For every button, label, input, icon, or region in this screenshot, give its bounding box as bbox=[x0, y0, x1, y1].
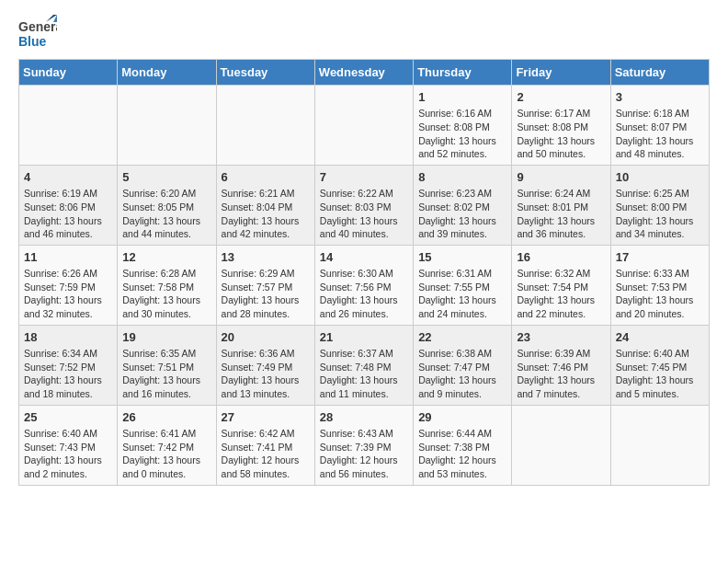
calendar-cell bbox=[314, 86, 413, 166]
calendar-cell: 29Sunrise: 6:44 AMSunset: 7:38 PMDayligh… bbox=[414, 405, 512, 485]
cell-text: Sunset: 7:47 PM bbox=[418, 361, 506, 374]
cell-text: Daylight: 13 hours bbox=[24, 454, 112, 467]
cell-text: Sunrise: 6:23 AM bbox=[418, 187, 506, 201]
cell-text: Sunrise: 6:20 AM bbox=[122, 187, 210, 201]
cell-text: and 2 minutes. bbox=[24, 467, 112, 481]
cell-text: Sunset: 7:56 PM bbox=[320, 281, 408, 294]
day-number: 19 bbox=[122, 329, 210, 346]
cell-text: Daylight: 13 hours bbox=[24, 293, 112, 307]
logo: General Blue bbox=[18, 15, 59, 52]
cell-text: and 20 minutes. bbox=[616, 307, 704, 321]
cell-text: Sunset: 7:57 PM bbox=[222, 281, 310, 294]
cell-text: Sunset: 7:48 PM bbox=[320, 361, 408, 374]
cell-text: Sunset: 7:58 PM bbox=[122, 281, 210, 294]
calendar-cell: 26Sunrise: 6:41 AMSunset: 7:42 PMDayligh… bbox=[118, 405, 216, 485]
cell-text: Sunrise: 6:38 AM bbox=[418, 347, 506, 361]
cell-text: and 26 minutes. bbox=[320, 307, 408, 321]
calendar-cell bbox=[610, 405, 709, 485]
logo-icon: General Blue bbox=[18, 15, 55, 52]
calendar-week-row: 11Sunrise: 6:26 AMSunset: 7:59 PMDayligh… bbox=[19, 245, 710, 325]
page-header: General Blue bbox=[18, 15, 710, 52]
calendar-cell: 13Sunrise: 6:29 AMSunset: 7:57 PMDayligh… bbox=[216, 245, 314, 325]
cell-text: Daylight: 13 hours bbox=[616, 373, 704, 387]
cell-text: Sunset: 7:39 PM bbox=[320, 441, 408, 454]
cell-text: and 28 minutes. bbox=[222, 307, 310, 321]
calendar-cell: 9Sunrise: 6:24 AMSunset: 8:01 PMDaylight… bbox=[512, 165, 610, 245]
cell-text: Sunset: 8:03 PM bbox=[320, 201, 408, 214]
calendar-cell: 12Sunrise: 6:28 AMSunset: 7:58 PMDayligh… bbox=[118, 245, 216, 325]
cell-text: and 52 minutes. bbox=[418, 147, 506, 161]
cell-text: Daylight: 13 hours bbox=[517, 373, 605, 387]
cell-text: Sunrise: 6:34 AM bbox=[24, 347, 112, 361]
calendar-cell: 7Sunrise: 6:22 AMSunset: 8:03 PMDaylight… bbox=[314, 165, 413, 245]
cell-text: Sunrise: 6:31 AM bbox=[418, 267, 506, 281]
cell-text: and 0 minutes. bbox=[122, 467, 210, 481]
cell-text: and 22 minutes. bbox=[517, 307, 605, 321]
calendar-cell: 18Sunrise: 6:34 AMSunset: 7:52 PMDayligh… bbox=[19, 325, 118, 405]
cell-text: Daylight: 13 hours bbox=[122, 373, 210, 387]
day-number: 2 bbox=[517, 89, 605, 106]
day-number: 27 bbox=[222, 409, 310, 426]
calendar-cell: 23Sunrise: 6:39 AMSunset: 7:46 PMDayligh… bbox=[512, 325, 610, 405]
cell-text: Sunset: 7:49 PM bbox=[222, 361, 310, 374]
cell-text: Daylight: 13 hours bbox=[222, 214, 310, 228]
calendar-cell bbox=[19, 86, 118, 166]
calendar-cell: 14Sunrise: 6:30 AMSunset: 7:56 PMDayligh… bbox=[314, 245, 413, 325]
calendar-cell: 25Sunrise: 6:40 AMSunset: 7:43 PMDayligh… bbox=[19, 405, 118, 485]
day-number: 15 bbox=[418, 249, 506, 266]
cell-text: Sunrise: 6:32 AM bbox=[517, 267, 605, 281]
cell-text: Sunrise: 6:40 AM bbox=[616, 347, 704, 361]
day-number: 29 bbox=[418, 409, 506, 426]
cell-text: Sunrise: 6:35 AM bbox=[122, 347, 210, 361]
cell-text: Sunrise: 6:43 AM bbox=[320, 427, 408, 441]
day-number: 18 bbox=[24, 329, 112, 346]
calendar-cell: 2Sunrise: 6:17 AMSunset: 8:08 PMDaylight… bbox=[512, 86, 610, 166]
calendar-header-row: SundayMondayTuesdayWednesdayThursdayFrid… bbox=[19, 60, 710, 86]
cell-text: and 53 minutes. bbox=[418, 467, 506, 481]
cell-text: Sunset: 7:38 PM bbox=[418, 441, 506, 454]
cell-text: Sunset: 7:59 PM bbox=[24, 281, 112, 294]
cell-text: and 7 minutes. bbox=[517, 387, 605, 401]
cell-text: Daylight: 13 hours bbox=[616, 134, 704, 148]
cell-text: Sunrise: 6:19 AM bbox=[24, 187, 112, 201]
cell-text: Sunset: 8:08 PM bbox=[418, 121, 506, 134]
day-number: 26 bbox=[122, 409, 210, 426]
calendar-cell: 24Sunrise: 6:40 AMSunset: 7:45 PMDayligh… bbox=[610, 325, 709, 405]
calendar-cell: 11Sunrise: 6:26 AMSunset: 7:59 PMDayligh… bbox=[19, 245, 118, 325]
calendar-cell: 27Sunrise: 6:42 AMSunset: 7:41 PMDayligh… bbox=[216, 405, 314, 485]
header-tuesday: Tuesday bbox=[216, 60, 314, 86]
cell-text: Sunrise: 6:33 AM bbox=[616, 267, 704, 281]
cell-text: Sunset: 7:53 PM bbox=[616, 281, 704, 294]
cell-text: and 11 minutes. bbox=[320, 387, 408, 401]
calendar-cell: 3Sunrise: 6:18 AMSunset: 8:07 PMDaylight… bbox=[610, 86, 709, 166]
cell-text: Daylight: 13 hours bbox=[222, 293, 310, 307]
cell-text: Daylight: 13 hours bbox=[320, 293, 408, 307]
cell-text: and 5 minutes. bbox=[616, 387, 704, 401]
cell-text: Daylight: 13 hours bbox=[24, 373, 112, 387]
cell-text: and 46 minutes. bbox=[24, 227, 112, 241]
cell-text: Sunset: 7:55 PM bbox=[418, 281, 506, 294]
header-friday: Friday bbox=[512, 60, 610, 86]
cell-text: Sunset: 7:52 PM bbox=[24, 361, 112, 374]
calendar-cell: 22Sunrise: 6:38 AMSunset: 7:47 PMDayligh… bbox=[414, 325, 512, 405]
cell-text: and 34 minutes. bbox=[616, 227, 704, 241]
day-number: 16 bbox=[517, 249, 605, 266]
cell-text: and 24 minutes. bbox=[418, 307, 506, 321]
cell-text: and 32 minutes. bbox=[24, 307, 112, 321]
cell-text: Sunset: 7:45 PM bbox=[616, 361, 704, 374]
cell-text: Daylight: 13 hours bbox=[418, 134, 506, 148]
calendar-cell: 15Sunrise: 6:31 AMSunset: 7:55 PMDayligh… bbox=[414, 245, 512, 325]
day-number: 4 bbox=[24, 169, 112, 186]
calendar-cell: 6Sunrise: 6:21 AMSunset: 8:04 PMDaylight… bbox=[216, 165, 314, 245]
cell-text: Sunset: 7:51 PM bbox=[122, 361, 210, 374]
cell-text: Sunrise: 6:22 AM bbox=[320, 187, 408, 201]
day-number: 25 bbox=[24, 409, 112, 426]
cell-text: and 30 minutes. bbox=[122, 307, 210, 321]
cell-text: Sunset: 8:06 PM bbox=[24, 201, 112, 214]
cell-text: Sunset: 8:01 PM bbox=[517, 201, 605, 214]
cell-text: Sunrise: 6:30 AM bbox=[320, 267, 408, 281]
header-wednesday: Wednesday bbox=[314, 60, 413, 86]
calendar-cell bbox=[118, 86, 216, 166]
day-number: 3 bbox=[616, 89, 704, 106]
day-number: 14 bbox=[320, 249, 408, 266]
